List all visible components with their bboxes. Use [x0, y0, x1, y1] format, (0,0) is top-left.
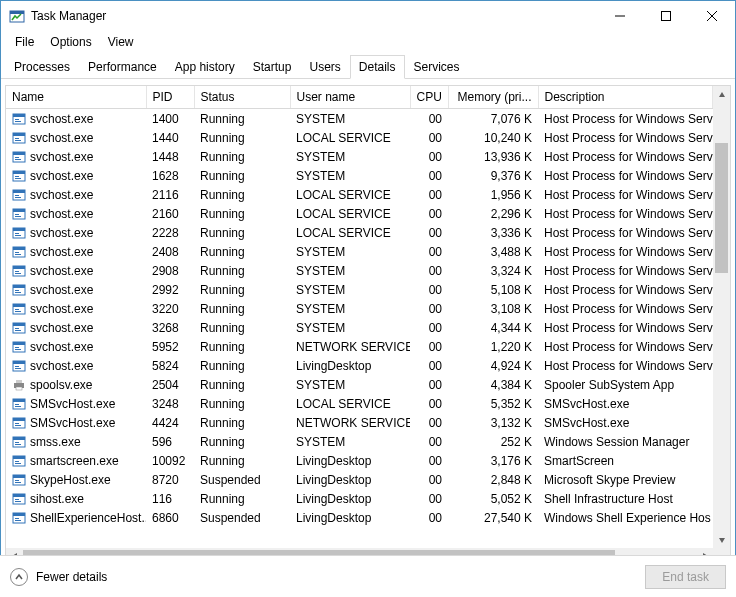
table-row[interactable]: svchost.exe2160RunningLOCAL SERVICE002,2…: [6, 204, 713, 223]
menu-view[interactable]: View: [100, 33, 142, 51]
svg-rect-90: [13, 513, 25, 516]
vertical-scrollbar[interactable]: [713, 86, 730, 548]
process-name: svchost.exe: [30, 340, 93, 354]
col-user[interactable]: User name: [290, 86, 410, 109]
process-icon: [12, 207, 26, 221]
tab-performance[interactable]: Performance: [79, 55, 166, 79]
cell-memory: 3,176 K: [448, 451, 538, 470]
cell-cpu: 00: [410, 147, 448, 166]
table-row[interactable]: svchost.exe2908RunningSYSTEM003,324 KHos…: [6, 261, 713, 280]
tab-startup[interactable]: Startup: [244, 55, 301, 79]
tab-app-history[interactable]: App history: [166, 55, 244, 79]
cell-pid: 2116: [146, 185, 194, 204]
cell-status: Running: [194, 337, 290, 356]
cell-pid: 596: [146, 432, 194, 451]
maximize-button[interactable]: [643, 1, 689, 31]
scroll-down-icon[interactable]: [713, 531, 730, 548]
cell-status: Running: [194, 128, 290, 147]
cell-name: svchost.exe: [6, 204, 146, 223]
svg-rect-80: [15, 463, 21, 464]
end-task-button[interactable]: End task: [645, 565, 726, 589]
table-row[interactable]: svchost.exe1440RunningLOCAL SERVICE0010,…: [6, 128, 713, 147]
cell-name: svchost.exe: [6, 318, 146, 337]
menu-options[interactable]: Options: [42, 33, 99, 51]
table-row[interactable]: svchost.exe1400RunningSYSTEM007,076 KHos…: [6, 109, 713, 129]
table-row[interactable]: svchost.exe5824RunningLivingDesktop004,9…: [6, 356, 713, 375]
cell-description: SMSvcHost.exe: [538, 413, 713, 432]
cell-memory: 10,240 K: [448, 128, 538, 147]
svg-rect-92: [15, 520, 21, 521]
cell-description: Spooler SubSystem App: [538, 375, 713, 394]
table-row[interactable]: SMSvcHost.exe3248RunningLOCAL SERVICE005…: [6, 394, 713, 413]
cell-memory: 5,108 K: [448, 280, 538, 299]
cell-pid: 1448: [146, 147, 194, 166]
cell-status: Running: [194, 394, 290, 413]
cell-user: SYSTEM: [290, 375, 410, 394]
col-cpu[interactable]: CPU: [410, 86, 448, 109]
tab-processes[interactable]: Processes: [5, 55, 79, 79]
cell-pid: 2504: [146, 375, 194, 394]
table-row[interactable]: svchost.exe1448RunningSYSTEM0013,936 KHo…: [6, 147, 713, 166]
table-row[interactable]: spoolsv.exe2504RunningSYSTEM004,384 KSpo…: [6, 375, 713, 394]
cell-status: Running: [194, 375, 290, 394]
menu-file[interactable]: File: [7, 33, 42, 51]
svg-rect-83: [15, 480, 19, 481]
close-button[interactable]: [689, 1, 735, 31]
cell-description: Host Process for Windows Serv: [538, 242, 713, 261]
cell-cpu: 00: [410, 432, 448, 451]
svg-rect-40: [15, 271, 19, 272]
scroll-up-icon[interactable]: [713, 86, 730, 103]
col-description[interactable]: Description: [538, 86, 713, 109]
cell-cpu: 00: [410, 280, 448, 299]
task-manager-icon: [9, 8, 25, 24]
table-row[interactable]: svchost.exe1628RunningSYSTEM009,376 KHos…: [6, 166, 713, 185]
cell-description: Host Process for Windows Serv: [538, 204, 713, 223]
svg-rect-31: [13, 228, 25, 231]
cell-memory: 3,324 K: [448, 261, 538, 280]
table-row[interactable]: svchost.exe2116RunningLOCAL SERVICE001,9…: [6, 185, 713, 204]
window-title: Task Manager: [31, 9, 597, 23]
svg-rect-91: [15, 518, 19, 519]
table-row[interactable]: svchost.exe2228RunningLOCAL SERVICE003,3…: [6, 223, 713, 242]
process-icon: [12, 454, 26, 468]
svg-rect-60: [15, 366, 19, 367]
col-status[interactable]: Status: [194, 86, 290, 109]
col-name[interactable]: Name: [6, 86, 146, 109]
table-row[interactable]: svchost.exe3220RunningSYSTEM003,108 KHos…: [6, 299, 713, 318]
cell-status: Running: [194, 109, 290, 129]
cell-memory: 4,924 K: [448, 356, 538, 375]
svg-rect-36: [15, 252, 19, 253]
table-row[interactable]: smartscreen.exe10092RunningLivingDesktop…: [6, 451, 713, 470]
svg-rect-12: [15, 138, 19, 139]
table-row[interactable]: smss.exe596RunningSYSTEM00252 KWindows S…: [6, 432, 713, 451]
table-row[interactable]: SMSvcHost.exe4424RunningNETWORK SERVICE0…: [6, 413, 713, 432]
cell-name: svchost.exe: [6, 356, 146, 375]
cell-memory: 3,336 K: [448, 223, 538, 242]
chevron-up-circle-icon: [10, 568, 28, 586]
vscroll-thumb[interactable]: [715, 143, 728, 273]
cell-name: svchost.exe: [6, 242, 146, 261]
col-memory[interactable]: Memory (pri...: [448, 86, 538, 109]
table-row[interactable]: svchost.exe2408RunningSYSTEM003,488 KHos…: [6, 242, 713, 261]
cell-memory: 1,220 K: [448, 337, 538, 356]
cell-memory: 13,936 K: [448, 147, 538, 166]
table-row[interactable]: sihost.exe116RunningLivingDesktop005,052…: [6, 489, 713, 508]
minimize-button[interactable]: [597, 1, 643, 31]
tab-services[interactable]: Services: [405, 55, 469, 79]
col-pid[interactable]: PID: [146, 86, 194, 109]
tab-details[interactable]: Details: [350, 55, 405, 79]
table-row[interactable]: ShellExperienceHost....6860SuspendedLivi…: [6, 508, 713, 527]
window-controls: [597, 1, 735, 31]
process-table[interactable]: Name PID Status User name CPU Memory (pr…: [6, 86, 713, 527]
table-row[interactable]: svchost.exe3268RunningSYSTEM004,344 KHos…: [6, 318, 713, 337]
cell-user: SYSTEM: [290, 432, 410, 451]
table-row[interactable]: SkypeHost.exe8720SuspendedLivingDesktop0…: [6, 470, 713, 489]
tab-users[interactable]: Users: [300, 55, 349, 79]
table-row[interactable]: svchost.exe5952RunningNETWORK SERVICE001…: [6, 337, 713, 356]
process-icon: [12, 435, 26, 449]
svg-rect-37: [15, 254, 21, 255]
fewer-details-button[interactable]: Fewer details: [10, 568, 107, 586]
table-row[interactable]: svchost.exe2992RunningSYSTEM005,108 KHos…: [6, 280, 713, 299]
cell-status: Running: [194, 185, 290, 204]
vscroll-track[interactable]: [713, 103, 730, 531]
